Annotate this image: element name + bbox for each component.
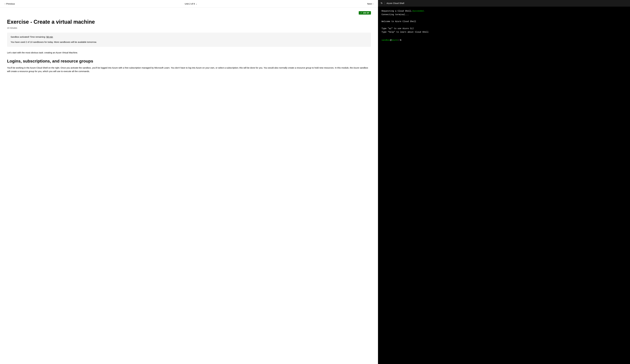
terminal-line-5: Type "help" to learn about Cloud Shell: [382, 30, 626, 34]
shell-title: Azure Cloud Shell: [386, 2, 404, 4]
sandbox-box: Sandbox activated! Time remaining: 58 mi…: [7, 33, 371, 47]
shell-header-divider: [384, 2, 385, 5]
article-meta: 10 minutes: [7, 27, 371, 29]
xp-badge: ✓ 100 XP: [359, 11, 371, 14]
sandbox-time-label: Sandbox activated! Time remaining:: [10, 35, 46, 38]
xp-label: 100 XP: [363, 12, 369, 14]
prompt-sandbox: sandbox: [382, 38, 390, 42]
sandbox-quota-text: You have used 2 of 10 sandboxes for toda…: [10, 40, 368, 44]
right-panel: ↻ Azure Cloud Shell Requesting a Cloud S…: [378, 0, 630, 364]
chevron-down-icon: ⌄: [196, 3, 197, 5]
content-area: ✓ 100 XP Exercise - Create a virtual mac…: [0, 8, 378, 364]
shell-refresh-button[interactable]: ↻: [380, 1, 383, 5]
next-label: Next: [367, 2, 372, 5]
section1-heading: Logins, subscriptions, and resource grou…: [7, 58, 371, 64]
terminal-blank-2: [382, 23, 626, 27]
sandbox-time-text: Sandbox activated! Time remaining: 58 mi…: [10, 35, 368, 38]
unit-indicator-text: Unit 2 of 9: [185, 2, 195, 5]
next-button[interactable]: Next ›: [366, 2, 374, 5]
terminal[interactable]: Requesting a Cloud Shell.Succeeded. Conn…: [378, 6, 630, 364]
left-panel: ‹ Previous Unit 2 of 9 ⌄ Next › ✓ 100 XP…: [0, 0, 378, 364]
previous-button[interactable]: ‹ Previous: [4, 2, 16, 5]
prompt-at: @: [390, 38, 392, 42]
sandbox-time-value: 58 min: [46, 35, 53, 38]
shell-header: ↻ Azure Cloud Shell: [378, 0, 630, 6]
terminal-line-4: Type "az" to use Azure CLI: [382, 27, 626, 30]
article-title: Exercise - Create a virtual machine: [7, 19, 371, 25]
refresh-icon: ↻: [381, 2, 382, 4]
previous-label: Previous: [6, 2, 15, 5]
succeeded-text: Succeeded.: [412, 10, 425, 12]
prompt-azure: Azure: [392, 38, 398, 42]
unit-indicator[interactable]: Unit 2 of 9 ⌄: [185, 2, 197, 5]
chevron-right-icon: ›: [373, 3, 373, 5]
prompt-rest: :~$: [398, 38, 401, 42]
terminal-prompt: sandbox @ Azure :~$: [382, 38, 626, 42]
checkmark-icon: ✓: [360, 12, 362, 14]
terminal-blank-1: [382, 16, 626, 20]
italic-resource-group: resource group: [296, 66, 312, 69]
section1-body: You'll be working in the Azure Cloud She…: [7, 66, 371, 73]
terminal-blank-3: [382, 34, 626, 37]
intro-text: Let's start with the most obvious task: …: [7, 51, 371, 54]
terminal-line-2: Connecting terminal...: [382, 13, 626, 16]
top-nav: ‹ Previous Unit 2 of 9 ⌄ Next ›: [0, 0, 378, 8]
chevron-left-icon: ‹: [5, 3, 5, 5]
terminal-line-3: Welcome to Azure Cloud Shell: [382, 20, 626, 23]
terminal-line-1: Requesting a Cloud Shell.Succeeded.: [382, 9, 626, 13]
